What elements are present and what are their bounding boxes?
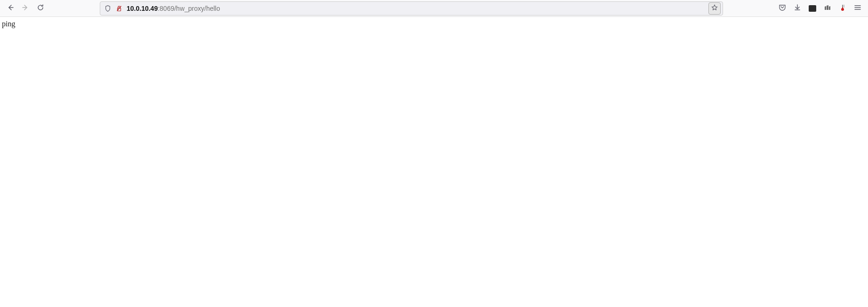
reload-icon: [37, 4, 44, 13]
nav-buttons: [4, 2, 47, 15]
page-content: ping: [0, 17, 868, 31]
arrow-right-icon: [22, 4, 29, 13]
downloads-button[interactable]: [791, 2, 804, 15]
extension-1-button[interactable]: [806, 2, 819, 15]
reload-button[interactable]: [34, 2, 47, 15]
hamburger-icon: [854, 4, 861, 13]
forward-button: [19, 2, 32, 15]
svg-rect-3: [842, 7, 843, 9]
pocket-icon: [779, 4, 786, 13]
extension-dark-icon: [809, 5, 816, 12]
toolbar-right: [776, 2, 864, 15]
address-bar-container: 10.0.10.49:8069/hw_proxy/hello: [100, 1, 723, 16]
extension-2-button[interactable]: [821, 2, 834, 15]
arrow-left-icon: [7, 4, 14, 13]
bookmark-button[interactable]: [708, 2, 721, 15]
library-icon: [824, 4, 831, 13]
url-text[interactable]: 10.0.10.49:8069/hw_proxy/hello: [125, 5, 707, 12]
shield-icon[interactable]: [102, 3, 113, 14]
star-icon: [711, 4, 718, 13]
url-path: :8069/hw_proxy/hello: [158, 5, 220, 12]
download-icon: [794, 4, 801, 13]
address-bar[interactable]: 10.0.10.49:8069/hw_proxy/hello: [100, 1, 723, 16]
back-button[interactable]: [4, 2, 17, 15]
thermometer-icon: [839, 4, 846, 13]
page-body-text: ping: [2, 20, 15, 28]
pocket-button[interactable]: [776, 2, 789, 15]
extension-3-button[interactable]: [836, 2, 849, 15]
menu-button[interactable]: [851, 2, 864, 15]
browser-toolbar: 10.0.10.49:8069/hw_proxy/hello: [0, 0, 868, 17]
url-host: 10.0.10.49: [127, 5, 158, 12]
lock-insecure-icon[interactable]: [113, 3, 125, 14]
